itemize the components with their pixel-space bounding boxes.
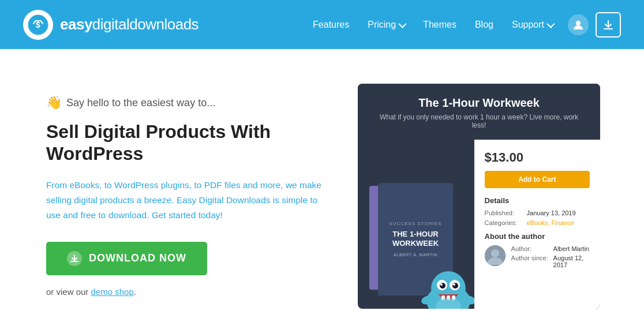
author-label: Author:: [511, 245, 549, 252]
main-nav: Features Pricing Themes Blog Support: [305, 12, 621, 38]
demo-link-text: or view our demo shop.: [46, 287, 323, 297]
download-btn-icon: [67, 251, 82, 266]
categories-label: Categories:: [485, 219, 522, 226]
nav-support[interactable]: Support: [504, 15, 561, 35]
author-details: Author: Albert Martin Author since: Augu…: [511, 245, 590, 271]
card-subtitle: What if you only needed to work 1 hour a…: [372, 113, 586, 129]
nav-pricing[interactable]: Pricing: [360, 15, 413, 35]
book-author: Albert A. Martin: [394, 252, 437, 257]
hero-title: Sell Digital Products With WordPress: [46, 121, 323, 165]
author-since-row: Author since: August 12, 2017: [511, 255, 590, 268]
author-avatar: [485, 245, 506, 266]
published-label: Published:: [485, 209, 522, 216]
account-button[interactable]: [568, 14, 589, 35]
support-chevron-icon: [546, 20, 555, 28]
download-icon-button[interactable]: [596, 12, 621, 38]
main-content: 👋 Say hello to the easiest way to... Sel…: [0, 49, 644, 333]
add-to-cart-button[interactable]: Add to Cart: [485, 171, 590, 188]
wave-emoji-icon: 👋: [46, 95, 62, 110]
demo-shop-link[interactable]: demo shop: [91, 287, 134, 297]
monster-illustration: [417, 261, 474, 309]
card-header: The 1-Hour Workweek What if you only nee…: [358, 84, 600, 140]
published-row: Published: January 13, 2019: [485, 209, 590, 216]
svg-point-7: [440, 283, 445, 289]
about-author-heading: About the author: [485, 232, 590, 241]
logo-text: easydigitaldownloads: [60, 16, 199, 33]
svg-point-20: [491, 249, 499, 257]
download-now-button[interactable]: DOWNLOAD NOW: [46, 242, 207, 275]
header: $ easydigitaldownloads Features Pricing …: [0, 0, 644, 49]
svg-point-8: [452, 283, 458, 289]
card-book-area: Success Stories THE 1-HOUR WORKWEEK Albe…: [358, 140, 474, 309]
author-value: Albert Martin: [553, 245, 589, 252]
author-since-value: August 12, 2017: [553, 255, 590, 268]
hero-left: 👋 Say hello to the easiest way to... Sel…: [46, 84, 323, 297]
card-body: Success Stories THE 1-HOUR WORKWEEK Albe…: [358, 140, 600, 309]
product-card-preview: The 1-Hour Workweek What if you only nee…: [358, 84, 600, 309]
svg-point-2: [576, 21, 581, 25]
card-price: $13.00: [485, 150, 590, 165]
book-title: THE 1-HOUR WORKWEEK: [384, 230, 447, 248]
pricing-chevron-icon: [398, 20, 406, 28]
categories-value: eBooks, Finance: [527, 219, 574, 226]
card-info-area: $13.00 Add to Cart Details Published: Ja…: [474, 140, 600, 309]
svg-point-10: [453, 283, 455, 286]
categories-row: Categories: eBooks, Finance: [485, 219, 590, 226]
book-label: Success Stories: [390, 221, 442, 226]
logo[interactable]: $ easydigitaldownloads: [23, 10, 199, 40]
author-since-label: Author since:: [511, 255, 549, 268]
hero-tagline: 👋 Say hello to the easiest way to...: [46, 95, 323, 110]
details-heading: Details: [485, 196, 590, 205]
nav-blog[interactable]: Blog: [467, 15, 501, 35]
svg-point-9: [440, 283, 443, 286]
nav-features[interactable]: Features: [305, 15, 357, 35]
published-value: January 13, 2019: [527, 209, 576, 216]
author-name-row: Author: Albert Martin: [511, 245, 590, 252]
hero-description: From eBooks, to WordPress plugins, to PD…: [46, 178, 323, 223]
card-title: The 1-Hour Workweek: [372, 96, 586, 110]
logo-icon: $: [23, 10, 53, 40]
author-row: Author: Albert Martin Author since: Augu…: [485, 245, 590, 271]
nav-themes[interactable]: Themes: [415, 15, 465, 35]
